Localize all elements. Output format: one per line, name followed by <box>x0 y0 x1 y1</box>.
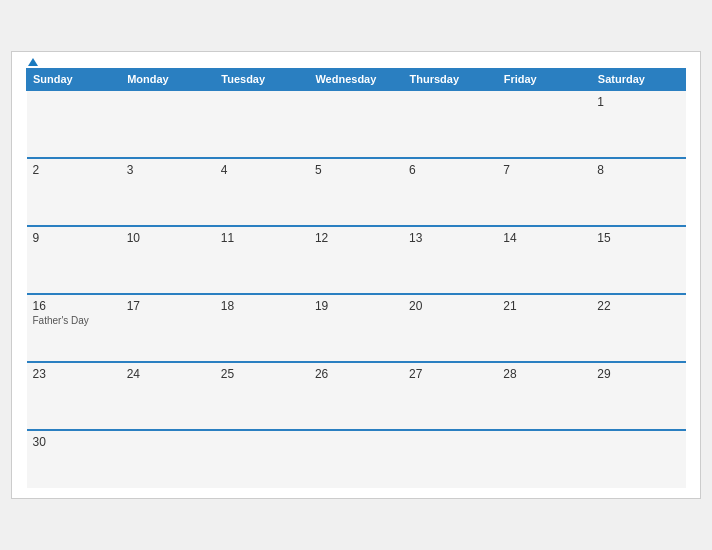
calendar-table: SundayMondayTuesdayWednesdayThursdayFrid… <box>26 68 686 488</box>
calendar-cell: 22 <box>591 294 685 362</box>
calendar-cell: 12 <box>309 226 403 294</box>
day-number: 23 <box>33 367 46 381</box>
calendar-cell <box>121 90 215 158</box>
calendar-cell: 10 <box>121 226 215 294</box>
day-event: Father's Day <box>33 315 89 326</box>
weekday-header-saturday: Saturday <box>591 69 685 91</box>
calendar-cell: 26 <box>309 362 403 430</box>
calendar-cell: 24 <box>121 362 215 430</box>
weekday-header-tuesday: Tuesday <box>215 69 309 91</box>
weekday-header-friday: Friday <box>497 69 591 91</box>
calendar-cell <box>309 430 403 488</box>
calendar-cell: 30 <box>27 430 121 488</box>
calendar-cell: 3 <box>121 158 215 226</box>
day-number: 8 <box>597 163 604 177</box>
calendar-week-row: 23242526272829 <box>27 362 686 430</box>
day-number: 30 <box>33 435 46 449</box>
calendar-cell <box>591 430 685 488</box>
calendar-cell: 8 <box>591 158 685 226</box>
calendar-cell <box>497 90 591 158</box>
day-number: 9 <box>33 231 40 245</box>
day-number: 19 <box>315 299 328 313</box>
day-number: 20 <box>409 299 422 313</box>
weekday-header-sunday: Sunday <box>27 69 121 91</box>
day-number: 21 <box>503 299 516 313</box>
calendar-week-row: 16Father's Day171819202122 <box>27 294 686 362</box>
calendar-cell <box>309 90 403 158</box>
calendar-cell <box>215 430 309 488</box>
calendar-cell <box>27 90 121 158</box>
day-number: 17 <box>127 299 140 313</box>
calendar-cell <box>497 430 591 488</box>
day-number: 26 <box>315 367 328 381</box>
calendar-cell: 28 <box>497 362 591 430</box>
calendar-container: SundayMondayTuesdayWednesdayThursdayFrid… <box>11 51 701 499</box>
day-number: 16 <box>33 299 46 313</box>
calendar-cell <box>215 90 309 158</box>
day-number: 18 <box>221 299 234 313</box>
calendar-cell <box>121 430 215 488</box>
day-number: 7 <box>503 163 510 177</box>
day-number: 15 <box>597 231 610 245</box>
weekday-header-row: SundayMondayTuesdayWednesdayThursdayFrid… <box>27 69 686 91</box>
calendar-cell: 1 <box>591 90 685 158</box>
calendar-cell: 4 <box>215 158 309 226</box>
day-number: 25 <box>221 367 234 381</box>
day-number: 2 <box>33 163 40 177</box>
day-number: 5 <box>315 163 322 177</box>
calendar-cell: 27 <box>403 362 497 430</box>
calendar-week-row: 2345678 <box>27 158 686 226</box>
calendar-cell: 14 <box>497 226 591 294</box>
day-number: 12 <box>315 231 328 245</box>
day-number: 27 <box>409 367 422 381</box>
calendar-cell <box>403 90 497 158</box>
day-number: 6 <box>409 163 416 177</box>
weekday-header-wednesday: Wednesday <box>309 69 403 91</box>
day-number: 24 <box>127 367 140 381</box>
weekday-header-monday: Monday <box>121 69 215 91</box>
calendar-week-row: 1 <box>27 90 686 158</box>
day-number: 13 <box>409 231 422 245</box>
calendar-cell: 11 <box>215 226 309 294</box>
calendar-cell: 29 <box>591 362 685 430</box>
calendar-cell: 20 <box>403 294 497 362</box>
calendar-cell: 13 <box>403 226 497 294</box>
logo-triangle-icon <box>28 58 38 66</box>
calendar-cell <box>403 430 497 488</box>
day-number: 22 <box>597 299 610 313</box>
day-number: 29 <box>597 367 610 381</box>
calendar-cell: 5 <box>309 158 403 226</box>
weekday-header-thursday: Thursday <box>403 69 497 91</box>
logo <box>26 58 38 66</box>
calendar-cell: 18 <box>215 294 309 362</box>
day-number: 14 <box>503 231 516 245</box>
calendar-cell: 9 <box>27 226 121 294</box>
calendar-cell: 16Father's Day <box>27 294 121 362</box>
calendar-cell: 23 <box>27 362 121 430</box>
calendar-cell: 21 <box>497 294 591 362</box>
calendar-cell: 7 <box>497 158 591 226</box>
calendar-cell: 2 <box>27 158 121 226</box>
calendar-week-row: 30 <box>27 430 686 488</box>
day-number: 28 <box>503 367 516 381</box>
day-number: 1 <box>597 95 604 109</box>
calendar-cell: 25 <box>215 362 309 430</box>
day-number: 4 <box>221 163 228 177</box>
calendar-cell: 17 <box>121 294 215 362</box>
calendar-cell: 19 <box>309 294 403 362</box>
day-number: 3 <box>127 163 134 177</box>
calendar-week-row: 9101112131415 <box>27 226 686 294</box>
calendar-cell: 15 <box>591 226 685 294</box>
day-number: 10 <box>127 231 140 245</box>
day-number: 11 <box>221 231 234 245</box>
calendar-cell: 6 <box>403 158 497 226</box>
